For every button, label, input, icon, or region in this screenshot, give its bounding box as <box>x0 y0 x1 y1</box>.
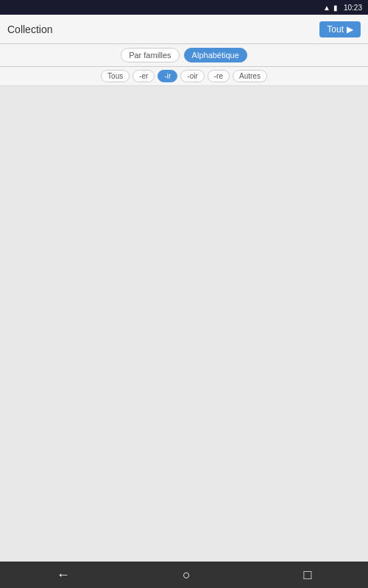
sub-filter-row: Tous-er-ir-oir-reAutres <box>0 67 368 86</box>
filter-tab-1[interactable]: Alphabétique <box>184 48 247 62</box>
sub-filter-3[interactable]: -oir <box>180 70 204 82</box>
filter-tab-0[interactable]: Par familles <box>121 48 179 62</box>
sub-filter-0[interactable]: Tous <box>101 70 130 82</box>
sub-filter-5[interactable]: Autres <box>233 70 267 82</box>
top-bar: Collection Tout ▶ <box>0 15 368 44</box>
arrow-right-icon: ▶ <box>347 24 353 35</box>
sub-filter-1[interactable]: -er <box>132 70 155 82</box>
collection-title: Collection <box>7 24 319 35</box>
recent-button[interactable]: □ <box>294 564 320 586</box>
status-bar: ▲ ▮ 10:23 <box>0 0 368 15</box>
bottom-nav: ← ○ □ <box>0 562 368 588</box>
sub-filter-2[interactable]: -ir <box>158 70 177 82</box>
home-button[interactable]: ○ <box>174 564 199 586</box>
filter-tabs: Par famillesAlphabétique <box>0 44 368 67</box>
wifi-icon: ▲ <box>323 4 330 12</box>
sub-filter-4[interactable]: -re <box>208 70 230 82</box>
tout-button[interactable]: Tout ▶ <box>319 21 361 37</box>
time-display: 10:23 <box>344 4 362 12</box>
back-button[interactable]: ← <box>48 564 79 586</box>
battery-icon: ▮ <box>333 4 338 12</box>
word-list <box>0 86 368 559</box>
